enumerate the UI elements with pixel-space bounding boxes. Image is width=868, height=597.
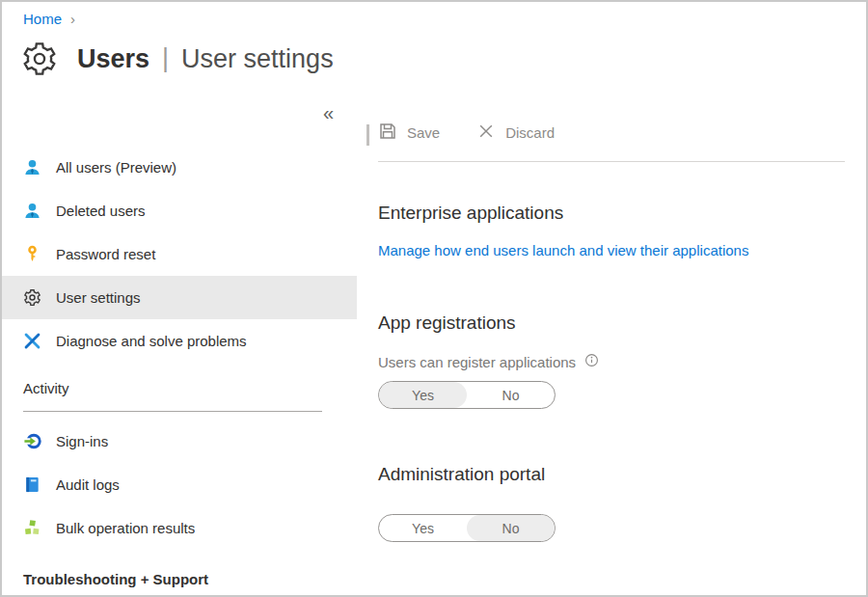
page-title: Users | User settings: [77, 44, 334, 74]
administration-portal-title: Administration portal: [378, 464, 845, 485]
sidebar-item-user-settings[interactable]: User settings: [2, 276, 357, 319]
toggle-yes-option[interactable]: Yes: [379, 382, 467, 408]
breadcrumb-chevron-icon: ›: [70, 11, 75, 27]
sidebar-section-activity: Activity: [2, 380, 357, 399]
manage-end-user-apps-link[interactable]: Manage how end users launch and view the…: [378, 242, 748, 258]
app-registrations-section: App registrations Users can register app…: [378, 312, 845, 409]
sidebar-item-label: Diagnose and solve problems: [56, 333, 247, 349]
key-icon: [23, 245, 41, 263]
sidebar-item-label: Deleted users: [56, 203, 146, 219]
content-toolbar: Save Discard: [378, 111, 845, 153]
collapse-sidebar-button[interactable]: «: [317, 102, 339, 123]
sidebar-item-label: All users (Preview): [56, 159, 176, 176]
sidebar-item-sign-ins[interactable]: Sign-ins: [2, 420, 357, 463]
sidebar-item-password-reset[interactable]: Password reset: [2, 232, 357, 276]
toolbar-divider: [378, 161, 845, 162]
page-title-separator: |: [162, 43, 169, 73]
content-pane: Save Discard Enterprise applications Man…: [357, 88, 866, 589]
sidebar-item-deleted-users[interactable]: Deleted users: [2, 189, 357, 232]
sidebar-activity-nav: Sign-ins Audit logs Bulk operation resul…: [2, 420, 357, 550]
users-settings-gear-icon: [21, 41, 58, 77]
breadcrumb-home-link[interactable]: Home: [23, 11, 62, 27]
sidebar: « All users (Preview) Deleted users: [2, 88, 357, 589]
toggle-no-option[interactable]: No: [467, 382, 555, 408]
sign-in-icon: [23, 432, 41, 450]
azure-portal-users-settings-page: Home› Users | User settings «: [0, 0, 868, 597]
sidebar-item-diagnose[interactable]: Diagnose and solve problems: [2, 319, 357, 363]
audit-logs-icon: [23, 475, 41, 494]
save-icon: [378, 122, 397, 144]
sidebar-item-all-users[interactable]: All users (Preview): [2, 146, 357, 189]
save-button[interactable]: Save: [378, 122, 440, 144]
sidebar-section-troubleshooting: Troubleshooting + Support: [2, 571, 357, 590]
activity-divider: [23, 411, 322, 412]
sidebar-item-label: Sign-ins: [56, 433, 108, 449]
gear-icon: [23, 288, 41, 307]
cubes-icon: [23, 519, 41, 537]
toggle-no-option[interactable]: No: [467, 515, 555, 541]
close-icon: [476, 122, 496, 144]
sidebar-item-bulk-operation-results[interactable]: Bulk operation results: [2, 506, 357, 550]
sidebar-item-label: Bulk operation results: [56, 520, 195, 536]
page-title-secondary: User settings: [181, 44, 334, 74]
save-label: Save: [407, 124, 440, 141]
sidebar-item-label: User settings: [56, 289, 141, 306]
app-registrations-title: App registrations: [378, 312, 845, 334]
user-icon: [23, 158, 41, 176]
sidebar-item-label: Password reset: [56, 246, 155, 262]
info-icon[interactable]: [584, 353, 599, 370]
breadcrumb: Home›: [2, 2, 866, 30]
page-header: Users | User settings: [2, 30, 866, 84]
page-title-primary: Users: [77, 44, 149, 74]
content-scrollbar[interactable]: [366, 124, 369, 146]
sidebar-item-audit-logs[interactable]: Audit logs: [2, 463, 357, 506]
enterprise-applications-title: Enterprise applications: [378, 203, 845, 224]
discard-label: Discard: [505, 124, 555, 141]
setting-label-text: Users can register applications: [378, 354, 576, 370]
toggle-yes-option[interactable]: Yes: [379, 515, 467, 541]
sidebar-collapse-row: «: [2, 88, 357, 146]
page-body: « All users (Preview) Deleted users: [2, 88, 866, 589]
user-icon: [23, 202, 41, 220]
users-can-register-apps-toggle: Yes No: [378, 381, 556, 409]
users-can-register-apps-label: Users can register applications: [378, 353, 845, 370]
discard-button[interactable]: Discard: [476, 122, 555, 144]
crossed-tools-icon: [23, 332, 41, 350]
sidebar-nav: All users (Preview) Deleted users Passwo…: [2, 146, 357, 363]
sidebar-item-label: Audit logs: [56, 476, 120, 493]
enterprise-applications-section: Enterprise applications Manage how end u…: [378, 203, 845, 259]
administration-portal-section: Administration portal Yes No: [378, 464, 845, 542]
administration-portal-toggle: Yes No: [378, 514, 556, 542]
